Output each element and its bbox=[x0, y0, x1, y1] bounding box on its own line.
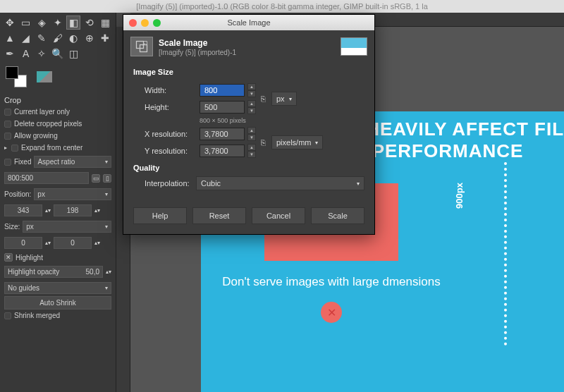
orient-v-icon[interactable]: ▯ bbox=[103, 174, 111, 183]
chevron-down-icon: ▾ bbox=[105, 159, 108, 165]
xres-label: X resolution: bbox=[145, 130, 195, 138]
fixed-checkbox[interactable] bbox=[4, 159, 11, 166]
expand-center-label: Expand from center bbox=[21, 144, 82, 152]
text-tool-icon[interactable]: A bbox=[19, 47, 33, 61]
align-tool-icon[interactable]: ▦ bbox=[98, 16, 112, 30]
art-heading-b: PERFORMANCE bbox=[372, 140, 524, 161]
art-left-text: Don't serve images with large dmensions bbox=[215, 274, 448, 290]
position-label: Position: bbox=[4, 190, 31, 198]
aspect-value[interactable]: 800:500 bbox=[8, 174, 33, 182]
guides-select[interactable]: No guides▾ bbox=[4, 282, 111, 294]
close-window-icon[interactable] bbox=[129, 19, 137, 27]
position-unit-select[interactable]: px▾ bbox=[34, 188, 111, 200]
toolbox-panel: ✥ ▭ ◈ ✦ ◧ ⟲ ▦ ▲ ◢ ✎ 🖌 ◐ ⊕ ✚ ✒ A ✧ 🔍 ◫ bbox=[0, 13, 116, 392]
current-layer-label: Current layer only bbox=[14, 108, 70, 116]
highlight-opacity-slider[interactable]: Highlight opacity50,0 bbox=[4, 266, 103, 278]
highlight-checkbox[interactable]: ✕ bbox=[4, 253, 13, 262]
app-titlebar: [Imagify (5)] (imported)-1.0 (RGB color … bbox=[0, 0, 564, 13]
scale-button[interactable]: Scale bbox=[311, 207, 364, 224]
interpolation-select[interactable]: Cubic▾ bbox=[196, 176, 364, 190]
fg-color-swatch[interactable] bbox=[6, 66, 18, 79]
active-image-thumb[interactable] bbox=[37, 71, 52, 82]
clone-tool-icon[interactable]: ⊕ bbox=[82, 31, 97, 45]
image-size-section-label: Image Size bbox=[133, 68, 364, 76]
pencil-tool-icon[interactable]: ✎ bbox=[35, 31, 49, 45]
dialog-heading: Scale Image bbox=[159, 38, 207, 48]
orient-h-icon[interactable]: ▭ bbox=[92, 174, 100, 183]
height-label: Height: bbox=[145, 103, 195, 111]
position-x-input[interactable]: 343 bbox=[4, 204, 42, 216]
fixed-label: Fixed bbox=[14, 158, 31, 166]
size-unit-select[interactable]: px▾ bbox=[271, 92, 297, 106]
minimize-window-icon[interactable] bbox=[141, 19, 149, 27]
size-y-input[interactable]: 0 bbox=[54, 237, 92, 249]
aspect-ratio-select[interactable]: Aspect ratio▾ bbox=[34, 156, 111, 168]
dialog-titlebar[interactable]: Scale Image bbox=[123, 15, 374, 30]
allow-growing-label: Allow growing bbox=[14, 132, 58, 140]
brush-tool-icon[interactable]: 🖌 bbox=[51, 31, 65, 45]
xres-down-spinner[interactable]: ▼ bbox=[247, 134, 256, 141]
eraser-tool-icon[interactable]: ◐ bbox=[66, 31, 80, 45]
size-unit-select[interactable]: px▾ bbox=[23, 221, 111, 233]
image-thumbnail bbox=[341, 37, 367, 56]
scale-image-dialog: Scale Image Scale Image[Imagify (5)] (im… bbox=[123, 14, 375, 235]
color-swatches bbox=[0, 63, 116, 90]
current-layer-checkbox[interactable] bbox=[4, 109, 11, 116]
height-down-spinner[interactable]: ▼ bbox=[247, 107, 256, 114]
zoom-tool-icon[interactable]: 🔍 bbox=[51, 47, 65, 61]
tool-options-title: Crop bbox=[4, 94, 111, 106]
allow-growing-checkbox[interactable] bbox=[4, 133, 11, 140]
rect-select-icon[interactable]: ▭ bbox=[19, 16, 33, 30]
picker-tool-icon[interactable]: ✧ bbox=[35, 47, 49, 61]
chevron-down-icon: ▾ bbox=[105, 285, 108, 291]
rotate-tool-icon[interactable]: ⟲ bbox=[82, 16, 97, 30]
width-down-spinner[interactable]: ▼ bbox=[247, 90, 256, 97]
zoom-window-icon[interactable] bbox=[153, 19, 161, 27]
interpolation-label: Interpolation: bbox=[145, 179, 192, 188]
delete-cropped-checkbox[interactable] bbox=[4, 121, 11, 128]
shrink-merged-checkbox[interactable] bbox=[4, 312, 11, 319]
scale-image-icon bbox=[130, 37, 153, 56]
wand-tool-icon[interactable]: ✦ bbox=[51, 16, 65, 30]
help-button[interactable]: Help bbox=[133, 207, 187, 224]
chevron-down-icon: ▾ bbox=[357, 180, 360, 187]
heal-tool-icon[interactable]: ✚ bbox=[98, 31, 112, 45]
resolution-unit-select[interactable]: pixels/mm▾ bbox=[271, 135, 324, 149]
xres-input[interactable]: 3,7800 bbox=[200, 128, 245, 140]
dimensions-note: 800 × 500 pixels bbox=[200, 117, 364, 124]
position-y-input[interactable]: 198 bbox=[54, 204, 92, 216]
path-tool-icon[interactable]: ✒ bbox=[3, 47, 17, 61]
yres-label: Y resolution: bbox=[145, 147, 195, 155]
width-input[interactable]: 800 bbox=[200, 84, 245, 97]
window-controls bbox=[129, 19, 161, 27]
size-label: Size: bbox=[4, 223, 20, 231]
tool-grid: ✥ ▭ ◈ ✦ ◧ ⟲ ▦ ▲ ◢ ✎ 🖌 ◐ ⊕ ✚ ✒ A ✧ 🔍 ◫ bbox=[0, 13, 116, 63]
xres-up-spinner[interactable]: ▲ bbox=[247, 127, 256, 134]
aspect-ratio-label: Aspect ratio bbox=[37, 158, 75, 166]
link-resolution-icon[interactable]: ⎘ bbox=[259, 133, 269, 152]
expand-center-checkbox[interactable] bbox=[11, 145, 18, 152]
height-input[interactable]: 500 bbox=[200, 101, 245, 114]
error-badge-icon: ✕ bbox=[321, 302, 342, 323]
size-x-input[interactable]: 0 bbox=[4, 237, 42, 249]
chevron-down-icon: ▾ bbox=[105, 223, 108, 230]
auto-shrink-button[interactable]: Auto Shrink bbox=[4, 296, 111, 310]
width-label: Width: bbox=[145, 86, 195, 94]
link-dimensions-icon[interactable]: ⎘ bbox=[259, 89, 269, 109]
cancel-button[interactable]: Cancel bbox=[252, 207, 305, 224]
yres-input[interactable]: 3,7800 bbox=[200, 145, 245, 157]
measure-tool-icon[interactable]: ◫ bbox=[66, 47, 80, 61]
crop-tool-icon[interactable]: ◧ bbox=[66, 16, 80, 30]
shrink-merged-label: Shrink merged bbox=[14, 312, 60, 319]
move-tool-icon[interactable]: ✥ bbox=[3, 16, 17, 30]
reset-button[interactable]: Reset bbox=[192, 207, 246, 224]
yres-down-spinner[interactable]: ▼ bbox=[247, 151, 256, 158]
chevron-down-icon: ▾ bbox=[105, 191, 108, 197]
gradient-tool-icon[interactable]: ◢ bbox=[19, 31, 33, 45]
bucket-tool-icon[interactable]: ▲ bbox=[3, 31, 17, 45]
chevron-down-icon: ▾ bbox=[315, 140, 318, 146]
yres-up-spinner[interactable]: ▲ bbox=[247, 144, 256, 151]
width-up-spinner[interactable]: ▲ bbox=[247, 83, 256, 90]
height-up-spinner[interactable]: ▲ bbox=[247, 100, 256, 107]
lasso-tool-icon[interactable]: ◈ bbox=[35, 16, 49, 30]
